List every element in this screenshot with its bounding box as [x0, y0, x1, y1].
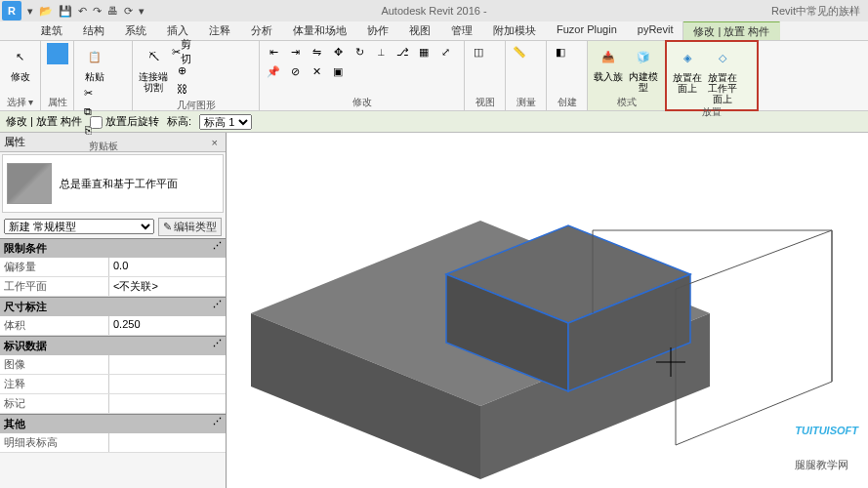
new-icon[interactable]: ▾: [25, 4, 35, 19]
tab-massing[interactable]: 体量和场地: [283, 21, 357, 40]
tab-pyrevit[interactable]: pyRevit: [628, 21, 684, 40]
property-grid: 限制条件⋰ 偏移量0.0 工作平面<不关联> 尺寸标注⋰ 体积0.250 标识数…: [0, 238, 226, 488]
place-on-face-button[interactable]: ◈放置在面上: [671, 44, 704, 94]
panel-clipboard: 📋粘贴 ✂ ⧉ ⎘ 剪贴板: [74, 41, 133, 110]
panel-mode-label: 模式: [592, 95, 661, 110]
tab-analyze[interactable]: 分析: [241, 21, 283, 40]
more-icon[interactable]: ▾: [137, 4, 146, 19]
tab-collaborate[interactable]: 协作: [357, 21, 399, 40]
panel-measure: 📏 测量: [506, 41, 547, 110]
tab-modify-place[interactable]: 修改 | 放置 构件: [683, 21, 780, 40]
cat-constraints[interactable]: 限制条件⋰: [0, 238, 226, 258]
view-canvas[interactable]: TUITUISOFT 腿腿教学网: [227, 133, 868, 488]
panel-place-label: 放置: [671, 104, 753, 120]
type-selector[interactable]: 总是垂直和基于工作平面: [2, 154, 224, 213]
load-family-button[interactable]: 📥载入族: [592, 43, 625, 82]
sync-icon[interactable]: ⟳: [122, 4, 135, 19]
panel-mode: 📥载入族 🧊内建模型 模式: [588, 41, 666, 110]
panel-view: ◫ 视图: [465, 41, 506, 110]
row-image[interactable]: 图像: [0, 355, 226, 375]
panel-measure-label: 测量: [510, 95, 542, 110]
panel-create-label: 创建: [551, 95, 583, 110]
open-icon[interactable]: 📂: [37, 4, 55, 19]
options-title: 修改 | 放置 构件: [6, 114, 82, 129]
tab-insert[interactable]: 插入: [157, 21, 199, 40]
type-name: 总是垂直和基于工作平面: [60, 177, 178, 191]
panel-place: ◈放置在面上 ◇放置在工作平面上 放置: [665, 40, 759, 111]
row-offset[interactable]: 偏移量0.0: [0, 258, 226, 277]
panel-properties: 属性: [41, 41, 74, 110]
quick-access-toolbar: ▾ 📂 💾 ↶ ↷ 🖶 ⟳ ▾: [25, 4, 146, 19]
cat-identity[interactable]: 标识数据⋰: [0, 336, 226, 355]
view-icon[interactable]: ◫: [469, 43, 488, 61]
panel-select-label: 选择 ▾: [4, 95, 36, 110]
trim-icon[interactable]: ⟂: [371, 43, 391, 61]
properties-title: 属性: [4, 135, 25, 149]
match-icon[interactable]: ⎘: [78, 121, 98, 139]
split2-icon[interactable]: ⎇: [393, 43, 412, 61]
panel-modify: ⇤ ⇥ ⇋ ✥ ↻ ⟂ ⎇ ▦ ⤢ 📌 ⊘ ✕ ▣ 修改: [260, 41, 465, 110]
cat-dimensions[interactable]: 尺寸标注⋰: [0, 297, 226, 316]
cat-other[interactable]: 其他⋰: [0, 414, 226, 433]
ribbon-tabs: 建筑 结构 系统 插入 注释 分析 体量和场地 协作 视图 管理 附加模块 Fu…: [0, 21, 868, 41]
cut-icon[interactable]: ✂: [78, 84, 98, 102]
row-comments[interactable]: 注释: [0, 375, 226, 394]
cut-geom-icon[interactable]: ✂ 剪切: [172, 43, 191, 61]
rotate-icon[interactable]: ↻: [350, 43, 369, 61]
mirror-icon[interactable]: ⇋: [307, 43, 326, 61]
row-mark[interactable]: 标记: [0, 394, 226, 414]
panel-geometry-label: 几何图形: [137, 98, 255, 113]
move-icon[interactable]: ✥: [328, 43, 348, 61]
level-label: 标高:: [167, 114, 191, 129]
redo-icon[interactable]: ↷: [91, 4, 103, 19]
undo-icon[interactable]: ↶: [76, 4, 89, 19]
align-icon[interactable]: ⇤: [264, 43, 283, 61]
tab-fuzor[interactable]: Fuzor Plugin: [547, 21, 628, 40]
file-title: Revit中常见的族样: [771, 4, 860, 19]
properties-palette: 属性 × 总是垂直和基于工作平面 新建 常规模型 ✎ 编辑类型 限制条件⋰ 偏移…: [0, 133, 227, 488]
watermark: TUITUISOFT 腿腿教学网: [795, 410, 858, 478]
3d-scene: [227, 133, 868, 488]
tab-structure[interactable]: 结构: [73, 21, 115, 40]
row-schedule[interactable]: 明细表标高: [0, 433, 226, 453]
inplace-button[interactable]: 🧊内建模型: [627, 43, 660, 93]
copy-icon[interactable]: ⧉: [78, 102, 98, 120]
cope-button[interactable]: ⛏连接端切割: [137, 43, 170, 93]
offset-icon[interactable]: ⇥: [285, 43, 305, 61]
modify-tool[interactable]: ↖修改: [4, 43, 36, 82]
properties-button[interactable]: [45, 43, 69, 64]
tab-architecture[interactable]: 建筑: [31, 21, 73, 40]
place-on-plane-button[interactable]: ◇放置在工作平面上: [706, 44, 739, 104]
tab-addins[interactable]: 附加模块: [483, 21, 547, 40]
tab-annotate[interactable]: 注释: [199, 21, 241, 40]
paste-button[interactable]: 📋粘贴: [78, 43, 111, 82]
app-title: Autodesk Revit 2016 -: [381, 5, 486, 17]
panel-properties-label: 属性: [45, 95, 69, 110]
level-select[interactable]: 标高 1: [199, 114, 252, 130]
close-icon[interactable]: ×: [208, 137, 222, 148]
instance-filter[interactable]: 新建 常规模型: [4, 219, 154, 234]
type-thumbnail-icon: [7, 163, 52, 204]
split-icon[interactable]: ⛓: [172, 80, 191, 98]
unpin-icon[interactable]: ⊘: [285, 62, 305, 80]
panel-view-label: 视图: [469, 95, 501, 110]
print-icon[interactable]: 🖶: [105, 4, 120, 18]
measure-icon[interactable]: 📏: [510, 43, 529, 61]
edit-type-button[interactable]: ✎ 编辑类型: [158, 218, 222, 236]
tab-systems[interactable]: 系统: [115, 21, 157, 40]
create-icon[interactable]: ◧: [551, 43, 570, 61]
scale-icon[interactable]: ⤢: [435, 43, 455, 61]
revit-logo[interactable]: R: [2, 1, 21, 20]
row-volume[interactable]: 体积0.250: [0, 316, 226, 336]
ribbon: ↖修改 选择 ▾ 属性 📋粘贴 ✂ ⧉ ⎘ 剪贴板 ⛏连接端切割 ✂ 剪切 ⊕ …: [0, 41, 868, 111]
row-workplane[interactable]: 工作平面<不关联>: [0, 277, 226, 297]
array-icon[interactable]: ▦: [414, 43, 434, 61]
delete-icon[interactable]: ✕: [307, 62, 326, 80]
group-icon[interactable]: ▣: [328, 62, 348, 80]
save-icon[interactable]: 💾: [57, 4, 74, 19]
panel-select: ↖修改 选择 ▾: [0, 41, 41, 110]
join-icon[interactable]: ⊕: [172, 61, 191, 79]
tab-view[interactable]: 视图: [399, 21, 441, 40]
pin-icon[interactable]: 📌: [264, 62, 283, 80]
tab-manage[interactable]: 管理: [441, 21, 483, 40]
